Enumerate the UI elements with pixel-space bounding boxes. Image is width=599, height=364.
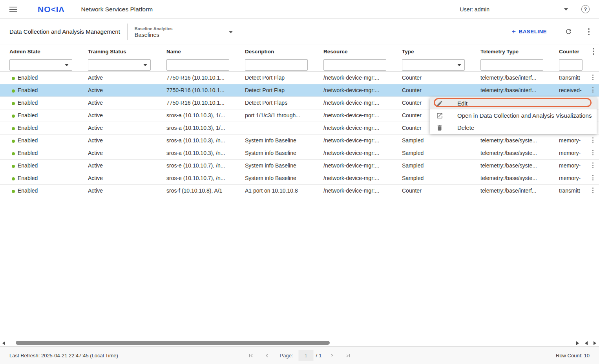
row-actions-menu-button[interactable] <box>592 175 594 180</box>
cell-training_status: Active <box>88 162 165 169</box>
column-header-telemetry_type[interactable]: Telemetry Type <box>480 49 519 55</box>
view-selector-dropdown[interactable]: Baseline Analytics Baselines <box>135 25 233 38</box>
filter-input-resource[interactable] <box>323 59 386 71</box>
status-dot-icon <box>12 190 15 193</box>
pane-scroll-left-icon[interactable] <box>585 341 588 345</box>
previous-page-button[interactable] <box>264 352 270 359</box>
cell-telemetry_type: telemetry:/base/syste... <box>480 162 557 169</box>
add-baseline-label: BASELINE <box>519 29 547 35</box>
table-header-row: Admin StateTraining StatusNameDescriptio… <box>0 44 599 59</box>
chevron-down-icon <box>457 64 461 66</box>
cell-admin_state: Enabled <box>9 112 86 118</box>
plus-icon: + <box>512 28 516 35</box>
cell-admin_state: Enabled <box>9 100 86 106</box>
table-row[interactable]: EnabledActivesros-a (10.10.10.3), /n...S… <box>0 147 599 160</box>
column-header-description[interactable]: Description <box>245 49 274 55</box>
refresh-button[interactable] <box>565 28 572 35</box>
filter-select-admin_state[interactable] <box>9 59 72 71</box>
table-row[interactable]: EnabledActivesros-f (10.10.10.8), A/1A1 … <box>0 185 599 197</box>
first-page-button[interactable] <box>248 352 254 359</box>
table-actions-menu-button[interactable] <box>588 28 590 35</box>
cell-resource: /network-device-mgr:... <box>323 112 400 118</box>
status-dot-icon <box>12 77 15 80</box>
cell-admin_state: Enabled <box>9 150 86 156</box>
cell-training_status: Active <box>88 125 165 131</box>
cell-type: Sampled <box>402 175 479 181</box>
status-dot-icon <box>12 152 15 155</box>
column-header-name[interactable]: Name <box>166 49 181 55</box>
next-page-button[interactable] <box>329 352 336 359</box>
cell-admin_state: Enabled <box>9 187 86 194</box>
action-bar: Data Collection and Analysis Management … <box>0 19 599 44</box>
cell-resource: /network-device-mgr:... <box>323 187 400 194</box>
app-title: Network Services Platform <box>81 6 153 13</box>
status-bar: Last Refresh: 2025-04-21 22:47:45 (Local… <box>0 346 599 364</box>
filter-input-telemetry_type[interactable] <box>480 59 543 71</box>
cell-description: Detect Port Flap <box>245 87 322 93</box>
filter-select-training_status[interactable] <box>88 59 151 71</box>
row-actions-menu-button[interactable] <box>592 150 594 155</box>
cell-name: sros-a (10.10.10.3), /n... <box>166 150 243 156</box>
cell-admin_state: Enabled <box>9 125 86 131</box>
cell-resource: /network-device-mgr:... <box>323 125 400 131</box>
scroll-right-arrow-icon[interactable] <box>576 341 579 345</box>
pane-scroll-right-icon[interactable] <box>594 341 596 345</box>
chevron-down-icon <box>143 64 147 66</box>
table-row[interactable]: EnabledActive7750-R16 (10.10.10.1...Dete… <box>0 72 599 84</box>
cell-type: Counter <box>402 187 479 194</box>
scrollbar-thumb[interactable] <box>16 341 330 345</box>
column-header-type[interactable]: Type <box>402 49 414 55</box>
filter-input-description[interactable] <box>245 59 308 71</box>
table-row[interactable]: EnabledActive7750-R16 (10.10.10.1...Dete… <box>0 84 599 97</box>
cell-training_status: Active <box>88 112 165 118</box>
cell-name: sros-f (10.10.10.8), A/1 <box>166 187 243 194</box>
last-page-button[interactable] <box>345 352 352 359</box>
cell-type: Sampled <box>402 137 479 144</box>
kebab-icon <box>592 87 594 93</box>
trash-icon <box>436 124 450 131</box>
menu-item-delete[interactable]: Delete <box>430 122 597 134</box>
column-header-resource[interactable]: Resource <box>323 49 348 55</box>
row-actions-menu-button[interactable] <box>592 75 594 80</box>
row-actions-menu-button[interactable] <box>592 162 594 168</box>
table-row[interactable]: EnabledActivesros-e (10.10.10.7), /n...S… <box>0 172 599 185</box>
column-header-admin_state[interactable]: Admin State <box>9 49 40 55</box>
row-actions-menu-button[interactable] <box>592 137 594 143</box>
horizontal-scrollbar <box>0 340 599 346</box>
menu-item-edit[interactable]: Edit <box>430 97 597 109</box>
cell-telemetry_type: telemetry:/base/interf... <box>480 75 557 81</box>
cell-type: Counter <box>402 87 479 93</box>
open-in-new-icon <box>436 112 450 119</box>
top-bar: NO<IΛ Network Services Platform User: ad… <box>0 0 599 19</box>
column-settings-button[interactable] <box>593 48 594 55</box>
row-count-text: Row Count: 10 <box>556 353 590 359</box>
column-header-training_status[interactable]: Training Status <box>88 49 126 55</box>
cell-description: System info Baseline <box>245 137 322 144</box>
scroll-left-arrow-icon[interactable] <box>2 341 5 345</box>
filter-input-name[interactable] <box>166 59 229 71</box>
status-dot-icon <box>12 89 15 93</box>
table-row[interactable]: EnabledActivesros-a (10.10.10.3), /n...S… <box>0 135 599 147</box>
filter-select-type[interactable] <box>402 59 465 71</box>
cell-telemetry_type: telemetry:/base/interf... <box>480 187 557 194</box>
filter-input-counter[interactable] <box>559 59 583 71</box>
cell-name: 7750-R16 (10.10.10.1... <box>166 100 243 106</box>
row-actions-menu-button[interactable] <box>592 187 594 193</box>
help-icon[interactable]: ? <box>581 5 590 13</box>
view-selector-label: Baseline Analytics <box>135 26 233 31</box>
page-label: Page: <box>280 353 293 359</box>
cell-description: A1 port on 10.10.10.8 <box>245 187 322 194</box>
cell-name: sros-a (10.10.10.3), 1/... <box>166 125 243 131</box>
chevron-down-icon[interactable] <box>564 8 568 11</box>
table-filter-row <box>0 59 599 72</box>
row-actions-menu-button[interactable] <box>592 87 594 93</box>
hamburger-menu-icon[interactable] <box>9 7 17 12</box>
user-menu-label[interactable]: User: admin <box>460 6 489 13</box>
column-header-counter[interactable]: Counter <box>559 49 579 55</box>
cell-resource: /network-device-mgr:... <box>323 87 400 93</box>
table-row[interactable]: EnabledActivesros-e (10.10.10.7), /n...S… <box>0 160 599 172</box>
add-baseline-button[interactable]: + BASELINE <box>512 28 547 35</box>
cell-name: sros-e (10.10.10.7), /n... <box>166 175 243 181</box>
menu-item-open[interactable]: Open in Data Collection and Analysis Vis… <box>430 109 597 122</box>
page-number-input[interactable] <box>298 350 313 361</box>
